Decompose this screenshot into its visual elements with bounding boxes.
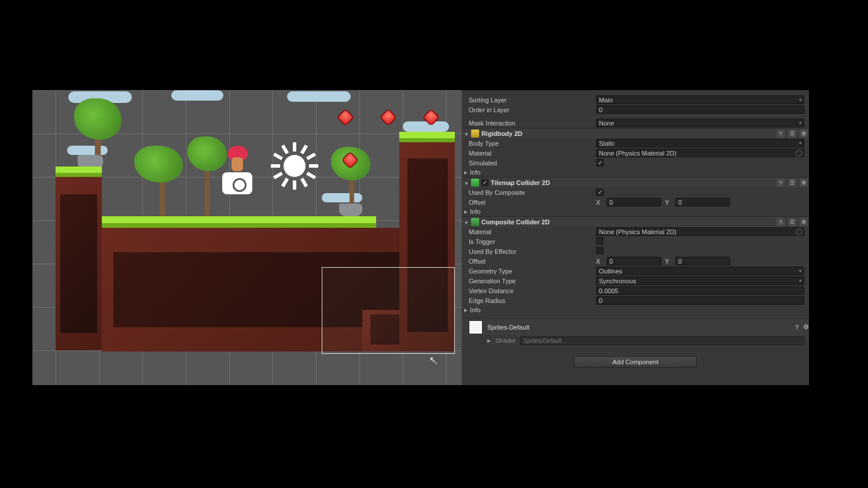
- camera-gizmo-icon[interactable]: [222, 172, 252, 194]
- y-axis-label: Y: [665, 258, 672, 265]
- cc-offset-y-input[interactable]: [675, 257, 730, 265]
- shader-dropdown[interactable]: Sprites/Default: [520, 337, 804, 345]
- used-by-effector-label: Used By Effector: [469, 248, 596, 255]
- tilemap-collider-icon: [471, 179, 479, 187]
- body-type-label: Body Type: [469, 140, 596, 147]
- rock-sprite: [339, 204, 362, 217]
- geometry-type-label: Geometry Type: [469, 268, 596, 275]
- y-axis-label: Y: [665, 199, 672, 206]
- cc-offset-label: Offset: [469, 258, 596, 265]
- cloud-sprite: [171, 90, 223, 101]
- sorting-layer-dropdown[interactable]: Main: [596, 95, 804, 104]
- material-name: Sprites-Default: [487, 324, 529, 331]
- scene-view[interactable]: ↖▫: [32, 90, 462, 385]
- tc-offset-label: Offset: [469, 199, 596, 206]
- material-slot[interactable]: Sprites-Default ? ⚙: [462, 318, 809, 335]
- inspector-panel: Sorting Layer Main Order in Layer Mask I…: [462, 90, 809, 385]
- vertex-distance-label: Vertex Distance: [469, 287, 596, 294]
- rb-material-field[interactable]: None (Physics Material 2D): [596, 149, 804, 157]
- mouse-cursor-icon: ↖▫: [429, 355, 438, 364]
- x-axis-label: X: [596, 258, 603, 265]
- gear-icon[interactable]: ⚙: [803, 323, 809, 331]
- preset-icon[interactable]: ☰: [788, 218, 796, 226]
- tree-foliage: [187, 136, 227, 171]
- order-in-layer-label: Order in Layer: [469, 106, 596, 113]
- unity-editor-window: ↖▫ Sorting Layer Main Order in Layer Mas…: [32, 90, 809, 385]
- object-picker-icon[interactable]: [796, 228, 803, 235]
- grass-tile: [399, 132, 455, 142]
- tc-offset-y-input[interactable]: [675, 198, 730, 206]
- composite-collider-component-header[interactable]: Composite Collider 2D ? ☰ ⚙: [462, 216, 809, 227]
- cloud-sprite: [322, 193, 362, 202]
- cc-offset-x-input[interactable]: [606, 257, 661, 265]
- body-type-dropdown[interactable]: Static: [596, 139, 804, 147]
- light-gizmo-icon[interactable]: [284, 155, 306, 177]
- generation-type-dropdown[interactable]: Synchronous: [596, 276, 804, 285]
- dark-dirt-tile: [60, 194, 97, 333]
- gear-icon[interactable]: ⚙: [800, 179, 808, 187]
- rigidbody-icon: [471, 130, 479, 138]
- help-icon[interactable]: ?: [777, 179, 785, 187]
- is-trigger-checkbox[interactable]: [596, 237, 604, 245]
- simulated-checkbox[interactable]: ✓: [596, 159, 604, 167]
- edge-radius-label: Edge Radius: [469, 297, 596, 304]
- rigidbody-component-header[interactable]: Rigidbody 2D ? ☰ ⚙: [462, 128, 809, 138]
- order-in-layer-input[interactable]: [596, 105, 804, 114]
- generation-type-label: Generation Type: [469, 278, 596, 284]
- help-icon[interactable]: ?: [777, 218, 785, 226]
- used-by-composite-checkbox[interactable]: ✓: [596, 188, 604, 196]
- cloud-sprite: [67, 146, 108, 155]
- mask-interaction-dropdown[interactable]: None: [596, 119, 804, 127]
- tc-info-foldout[interactable]: Info: [462, 207, 809, 216]
- grass-tile: [56, 167, 102, 177]
- shader-label: Shader: [495, 337, 516, 344]
- cc-info-foldout[interactable]: Info: [462, 305, 809, 315]
- gem-sprite: [379, 108, 397, 126]
- material-preview-icon: [469, 320, 483, 334]
- composite-collider-icon: [471, 218, 479, 226]
- help-icon[interactable]: ?: [795, 324, 799, 331]
- edge-radius-input[interactable]: [596, 296, 804, 305]
- selection-rectangle: [322, 267, 455, 354]
- simulated-label: Simulated: [469, 160, 596, 167]
- tilemap-collider-enable-checkbox[interactable]: ✓: [481, 179, 488, 186]
- object-picker-icon[interactable]: [796, 150, 803, 157]
- preset-icon[interactable]: ☰: [788, 179, 796, 187]
- is-trigger-label: Is Trigger: [469, 238, 596, 245]
- grass-tile: [102, 216, 376, 228]
- gear-icon[interactable]: ⚙: [800, 218, 808, 226]
- sorting-layer-label: Sorting Layer: [469, 97, 596, 103]
- add-component-button[interactable]: Add Component: [574, 356, 697, 368]
- cc-material-field[interactable]: None (Physics Material 2D): [596, 227, 804, 236]
- mask-interaction-label: Mask Interaction: [469, 120, 596, 127]
- cloud-sprite: [403, 121, 449, 132]
- x-axis-label: X: [596, 199, 603, 206]
- gear-icon[interactable]: ⚙: [800, 130, 808, 138]
- rb-material-label: Material: [469, 150, 596, 157]
- rb-info-foldout[interactable]: Info: [462, 168, 809, 177]
- geometry-type-dropdown[interactable]: Outlines: [596, 267, 804, 275]
- preset-icon[interactable]: ☰: [788, 130, 796, 138]
- used-by-effector-checkbox[interactable]: [596, 247, 604, 254]
- player-character-sprite: [228, 146, 247, 172]
- tilemap-collider-component-header[interactable]: ✓ Tilemap Collider 2D ? ☰ ⚙: [462, 177, 809, 187]
- used-by-composite-label: Used By Composite: [469, 189, 596, 196]
- cc-material-label: Material: [469, 228, 596, 235]
- gem-sprite: [336, 108, 354, 126]
- help-icon[interactable]: ?: [777, 130, 785, 138]
- vertex-distance-input[interactable]: [596, 286, 804, 295]
- cloud-sprite: [287, 91, 351, 102]
- tc-offset-x-input[interactable]: [606, 198, 661, 206]
